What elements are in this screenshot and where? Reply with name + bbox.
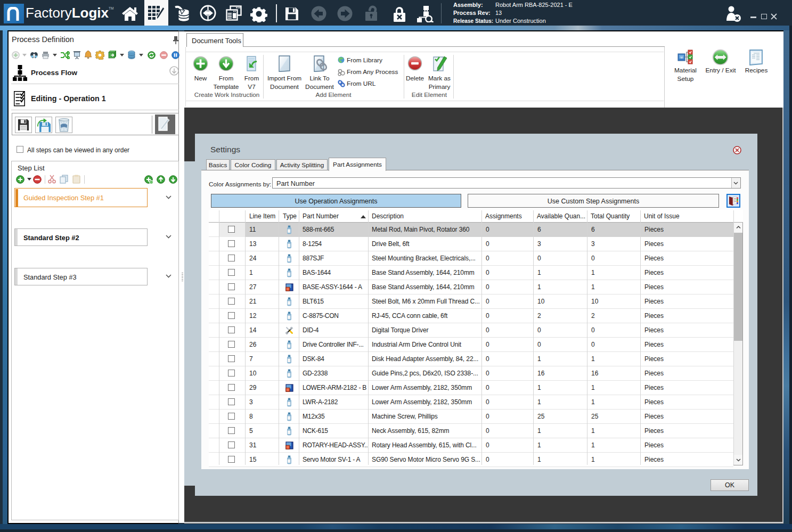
svg-text:M: M: [680, 56, 682, 59]
